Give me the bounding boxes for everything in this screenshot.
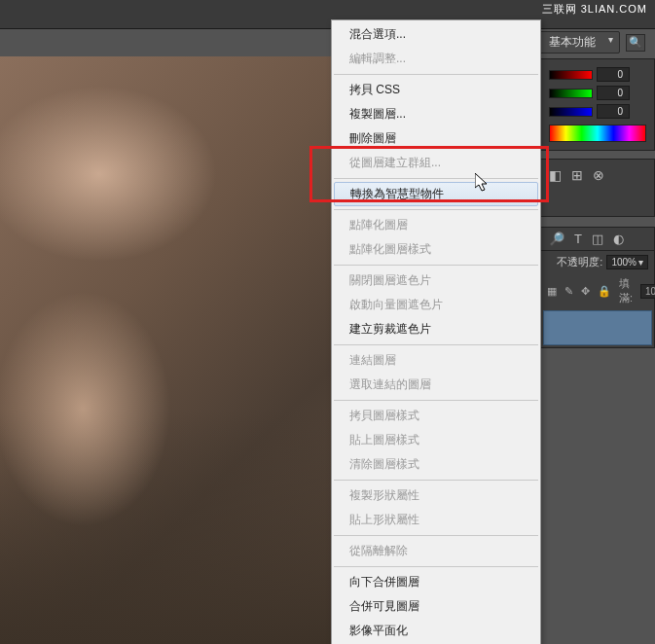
menu-item[interactable]: 轉換為智慧型物件	[334, 182, 538, 206]
menu-item: 複製形狀屬性	[332, 483, 540, 508]
menu-separator	[334, 480, 538, 481]
menu-separator	[334, 400, 538, 401]
menu-item: 點陣化圖層樣式	[332, 237, 540, 262]
menu-item[interactable]: 刪除圖層	[332, 126, 540, 151]
menu-item: 拷貝圖層樣式	[332, 404, 540, 428]
menu-item[interactable]: 合併可見圖層	[332, 594, 540, 619]
menu-separator	[334, 209, 538, 210]
workspace-dropdown[interactable]: 基本功能	[538, 31, 620, 54]
search-icon[interactable]: 🔍	[626, 34, 645, 52]
menu-item: 關閉圖層遮色片	[332, 268, 540, 293]
filter-smart-icon[interactable]: ◐	[613, 232, 624, 246]
menu-item: 貼上圖層樣式	[332, 428, 540, 452]
lock-move-icon[interactable]: ✥	[581, 285, 590, 298]
document-canvas[interactable]	[0, 56, 331, 644]
lock-paint-icon[interactable]: ✎	[564, 285, 573, 298]
menu-item: 從隔離解除	[332, 539, 540, 563]
adjustments-icon[interactable]: ⊗	[593, 167, 604, 183]
fill-label: 填滿:	[619, 276, 633, 305]
opacity-label: 不透明度:	[557, 255, 602, 269]
red-slider[interactable]	[549, 70, 593, 80]
menu-item[interactable]: 向下合併圖層	[332, 570, 540, 594]
menu-item: 從圖層建立群組...	[332, 151, 540, 175]
menu-item[interactable]: 影像平面化	[332, 619, 540, 643]
menu-item: 啟動向量圖遮色片	[332, 293, 540, 317]
presets-icon[interactable]: ◧	[549, 167, 562, 183]
lock-all-icon[interactable]: 🔒	[598, 285, 611, 298]
menu-item[interactable]: 混合選項...	[332, 22, 540, 47]
blue-slider[interactable]	[549, 107, 593, 117]
adjustments-panel: ◧ ⊞ ⊗	[540, 159, 655, 217]
color-panel: 0 0 0	[540, 58, 655, 151]
green-value-input[interactable]: 0	[597, 86, 630, 100]
menu-item: 連結圖層	[332, 348, 540, 373]
spectrum-strip[interactable]	[549, 125, 646, 142]
menu-item[interactable]: 建立剪裁遮色片	[332, 317, 540, 341]
menu-item: 選取連結的圖層	[332, 373, 540, 397]
red-value-input[interactable]: 0	[597, 67, 630, 82]
right-panel-dock: 0 0 0 ◧ ⊞ ⊗ 🔎 T ◫ ◐ 不透明度: 100% ▾ ▦	[540, 58, 655, 348]
menu-item: 清除圖層樣式	[332, 452, 540, 477]
menu-item[interactable]: 拷貝 CSS	[332, 78, 540, 102]
fill-value-input[interactable]: 100% ▾	[640, 284, 655, 299]
menu-separator	[334, 566, 538, 567]
watermark-text: 三联网 3LIAN.COM	[542, 2, 647, 17]
menu-item[interactable]: 複製圖層...	[332, 102, 540, 126]
filter-text-icon[interactable]: T	[574, 232, 582, 246]
layer-item-selected[interactable]	[543, 310, 652, 345]
menu-item: 貼上形狀屬性	[332, 508, 540, 532]
search-icon[interactable]: 🔎	[549, 232, 564, 246]
swatches-icon[interactable]: ⊞	[571, 167, 583, 183]
filter-shape-icon[interactable]: ◫	[592, 232, 603, 246]
options-bar: 基本功能 🔍	[538, 31, 645, 54]
layer-context-menu: 混合選項...編輯調整...拷貝 CSS複製圖層...刪除圖層從圖層建立群組..…	[331, 19, 541, 644]
layers-panel: 🔎 T ◫ ◐ 不透明度: 100% ▾ ▦ ✎ ✥ 🔒 填滿: 100% ▾	[540, 227, 655, 348]
menu-item: 點陣化圖層	[332, 213, 540, 237]
menu-separator	[334, 535, 538, 536]
menu-separator	[334, 178, 538, 179]
lock-transparent-icon[interactable]: ▦	[547, 285, 557, 298]
green-slider[interactable]	[549, 89, 593, 98]
menu-item: 編輯調整...	[332, 47, 540, 71]
blue-value-input[interactable]: 0	[597, 104, 630, 119]
menu-separator	[334, 74, 538, 75]
menu-separator	[334, 344, 538, 345]
opacity-value-input[interactable]: 100% ▾	[606, 255, 648, 269]
menu-separator	[334, 265, 538, 266]
